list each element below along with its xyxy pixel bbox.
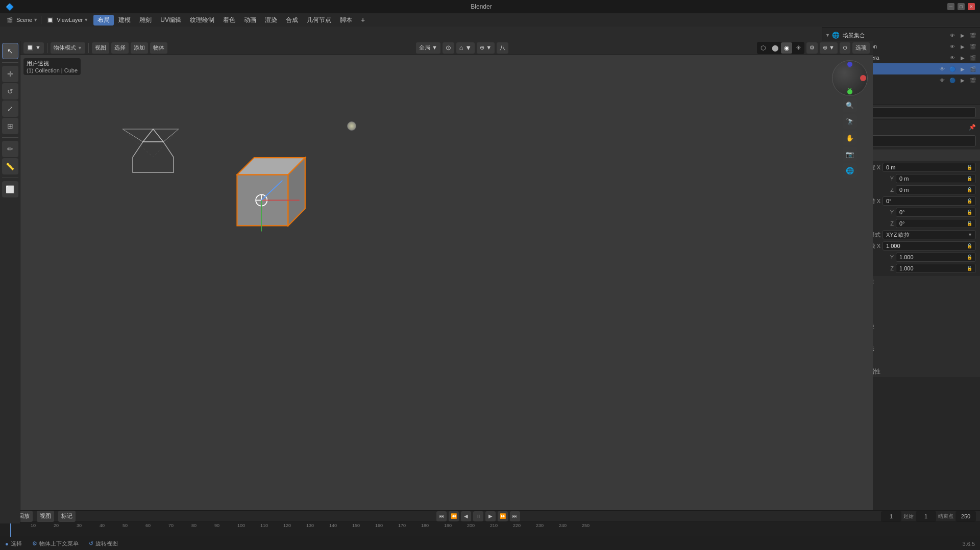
render-restrict-icon[interactable]: 🎬	[969, 31, 977, 39]
num-display[interactable]: 八	[497, 42, 508, 54]
scene-dropdown[interactable]: ▼	[33, 17, 38, 22]
overlay-btn[interactable]: ⊚ ▼	[820, 42, 838, 54]
render-layer-icon[interactable]: 🔲	[44, 14, 56, 26]
solid-shade-btn[interactable]: ⬤	[769, 42, 780, 54]
snap-btn[interactable]: ⌂ ▼	[456, 42, 475, 54]
frame-end-input[interactable]: 250	[955, 511, 976, 521]
pan-btn[interactable]: ✋	[843, 131, 857, 145]
workspace-compositing[interactable]: 合成	[282, 15, 302, 26]
timeline-ruler[interactable]: 10 20 30 40 50 60 70 80 90 100 110 120 1…	[0, 522, 980, 537]
play-next-frame-btn[interactable]: ▶	[485, 511, 496, 521]
select-mode-btn[interactable]: 全局 ▼	[416, 42, 440, 54]
play-prev-frame-btn[interactable]: ◀	[461, 511, 471, 521]
select-restrict-icon[interactable]: ▶	[959, 31, 967, 39]
editor-type-selector[interactable]: 🔲 ▼	[23, 42, 44, 54]
move-tool-btn[interactable]: ✛	[2, 66, 18, 82]
zoom-out-btn[interactable]: 🔭	[843, 114, 857, 129]
scale-y-lock[interactable]: 🔓	[967, 255, 972, 260]
rendered-shade-btn[interactable]: ☀	[793, 42, 804, 54]
xray-btn[interactable]: ⊙	[840, 42, 850, 54]
scale-x-lock[interactable]: 🔓	[967, 243, 972, 248]
scale-tool-btn[interactable]: ⤢	[2, 101, 18, 117]
workspace-add[interactable]: +	[357, 15, 369, 25]
light-eye-icon[interactable]: 👁	[938, 76, 946, 84]
blender-icon[interactable]: 🔷	[4, 1, 15, 12]
annotate-tool-btn[interactable]: ✏	[2, 141, 18, 157]
select-menu[interactable]: 选择	[111, 42, 129, 54]
zoom-in-btn[interactable]: 🔍	[843, 98, 857, 112]
gizmo-settings-btn[interactable]: ⚙	[806, 42, 818, 54]
viewport-3d[interactable]: 用户透视 (1) Collection | Cube	[20, 55, 873, 523]
props-pin-icon[interactable]: 📌	[969, 124, 976, 131]
scale-z-lock[interactable]: 🔓	[967, 266, 972, 271]
camera-select-icon[interactable]: ▶	[959, 54, 967, 62]
rotation-x-field[interactable]: 0° 🔓	[883, 196, 976, 206]
workspace-sculpt[interactable]: 雕刻	[135, 15, 156, 26]
collection-render-icon[interactable]: 🎬	[969, 42, 977, 51]
workspace-texture[interactable]: 纹理绘制	[186, 15, 218, 26]
rotation-z-field[interactable]: 0° 🔓	[896, 219, 976, 228]
select-tool-btn[interactable]: ↖	[2, 43, 18, 59]
workspace-uv[interactable]: UV编辑	[156, 15, 185, 26]
rotate-tool-btn[interactable]: ↺	[2, 83, 18, 99]
light-select-icon[interactable]: ▶	[959, 76, 967, 84]
location-z-field[interactable]: 0 m 🔓	[896, 185, 976, 194]
workspace-scripting[interactable]: 脚本	[336, 15, 356, 26]
measure-tool-btn[interactable]: 📏	[2, 158, 18, 174]
render-layer-dropdown[interactable]: ▼	[84, 17, 88, 22]
location-z-lock[interactable]: 🔓	[967, 187, 972, 192]
scale-z-field[interactable]: 1.000 🔓	[896, 264, 976, 273]
local-view-btn[interactable]: 🌐	[843, 163, 857, 178]
transform-pivot-btn[interactable]: ⊕ ▼	[477, 42, 495, 54]
rotation-x-lock[interactable]: 🔓	[967, 198, 972, 204]
mode-selector[interactable]: 物体模式 ▼	[51, 42, 85, 54]
add-cube-tool-btn[interactable]: ⬜	[2, 181, 18, 197]
material-shade-btn[interactable]: ◉	[781, 42, 792, 54]
camera-view-btn[interactable]: 📷	[843, 147, 857, 161]
scale-x-field[interactable]: 1.000 🔓	[883, 241, 976, 251]
proportional-edit-btn[interactable]: ⊙	[443, 42, 454, 54]
collection-select-icon[interactable]: ▶	[959, 42, 967, 51]
workspace-layout[interactable]: 布局	[93, 15, 114, 26]
scene-icon[interactable]: 🎬	[4, 14, 15, 26]
light-render-icon[interactable]: 🎬	[969, 76, 977, 84]
cube-eye-icon[interactable]: 👁	[938, 65, 946, 73]
location-y-lock[interactable]: 🔓	[967, 176, 972, 181]
rotation-y-field[interactable]: 0° 🔓	[896, 208, 976, 217]
jump-next-keyframe-btn[interactable]: ⏩	[498, 511, 508, 521]
frame-start-input[interactable]: 1	[916, 511, 936, 521]
frame-current-input[interactable]: 1	[881, 511, 901, 521]
pause-btn[interactable]: ⏸	[473, 511, 483, 521]
jump-prev-keyframe-btn[interactable]: ⏪	[449, 511, 459, 521]
close-button[interactable]: ✕	[968, 3, 975, 10]
rotation-mode-dropdown[interactable]: XYZ 欧拉 ▼	[883, 230, 976, 239]
markers-menu[interactable]: 标记	[58, 511, 76, 522]
rotation-z-lock[interactable]: 🔓	[967, 221, 972, 226]
cube-render-icon[interactable]: 🎬	[969, 65, 977, 73]
cube-select-icon[interactable]: ▶	[959, 65, 967, 73]
workspace-modeling[interactable]: 建模	[114, 15, 135, 26]
transform-tool-btn[interactable]: ⊞	[2, 118, 18, 134]
workspace-render[interactable]: 渲染	[261, 15, 281, 26]
axis-gizmo[interactable]: X Y Z	[832, 60, 868, 96]
object-menu[interactable]: 物体	[150, 42, 167, 54]
playhead[interactable]	[10, 522, 11, 537]
rotation-y-lock[interactable]: 🔓	[967, 210, 972, 215]
workspace-animation[interactable]: 动画	[240, 15, 260, 26]
cube-constraint-icon[interactable]: 🔵	[948, 65, 957, 73]
maximize-button[interactable]: □	[958, 3, 965, 10]
eye-icon[interactable]: 👁	[948, 31, 957, 39]
view-menu[interactable]: 视图	[92, 42, 109, 54]
location-x-lock[interactable]: 🔓	[967, 165, 972, 170]
workspace-geometry[interactable]: 几何节点	[303, 15, 335, 26]
scale-y-field[interactable]: 1.000 🔓	[896, 253, 976, 262]
options-btn[interactable]: 选项	[852, 42, 870, 54]
outliner-scene-collection[interactable]: ▼ 🌐 场景集合 👁 ▶ 🎬	[822, 30, 980, 41]
location-y-field[interactable]: 0 m 🔓	[896, 174, 976, 183]
workspace-shader[interactable]: 着色	[219, 15, 239, 26]
camera-render-icon[interactable]: 🎬	[969, 54, 977, 62]
jump-end-btn[interactable]: ⏭	[510, 511, 520, 521]
timeline-view-menu[interactable]: 视图	[37, 511, 54, 522]
add-menu[interactable]: 添加	[131, 42, 148, 54]
jump-start-btn[interactable]: ⏮	[436, 511, 447, 521]
